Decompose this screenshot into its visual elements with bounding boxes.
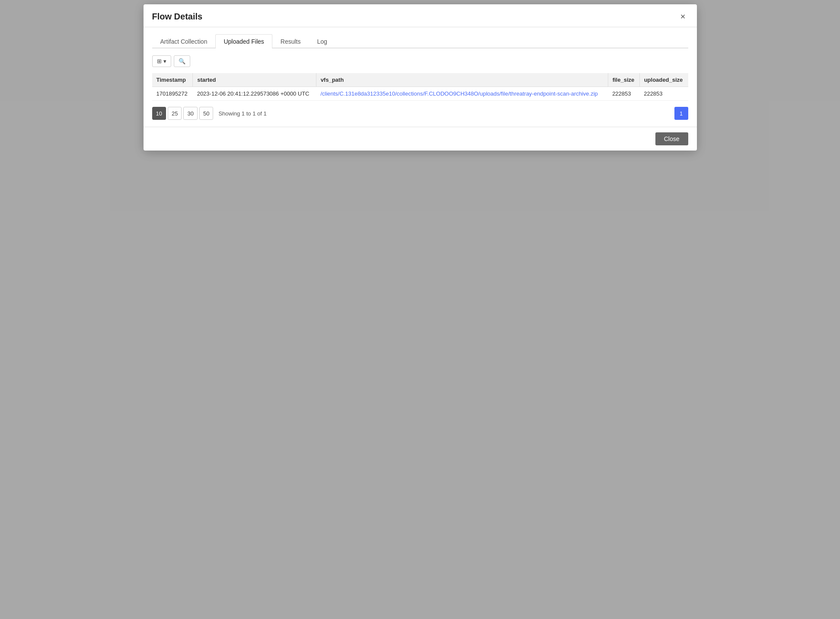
tab-uploaded-files[interactable]: Uploaded Files xyxy=(215,34,272,48)
columns-icon: ⊞ xyxy=(157,58,162,64)
binoculars-icon: 🔍 xyxy=(179,58,185,64)
col-header-vfs-path: vfs_path xyxy=(316,73,608,87)
files-table: Timestamp started vfs_path file_size upl… xyxy=(152,73,688,101)
columns-button[interactable]: ⊞ ▾ xyxy=(152,55,171,67)
page-1-button[interactable]: 1 xyxy=(674,107,688,120)
page-nav: 1 xyxy=(674,107,688,120)
modal-footer: Close xyxy=(144,127,697,151)
page-size-25[interactable]: 25 xyxy=(168,107,182,120)
col-header-timestamp: Timestamp xyxy=(152,73,193,87)
modal-title: Flow Details xyxy=(152,12,203,22)
columns-dropdown-icon: ▾ xyxy=(163,58,166,64)
tab-artifact-collection[interactable]: Artifact Collection xyxy=(152,34,216,48)
cell-file-size: 222853 xyxy=(608,87,639,101)
table-row: 17018952722023-12-06 20:41:12.229573086 … xyxy=(152,87,688,101)
modal-overlay: Flow Details × Artifact Collection Uploa… xyxy=(0,0,840,619)
modal-close-button[interactable]: × xyxy=(678,11,688,22)
table-header-row: Timestamp started vfs_path file_size upl… xyxy=(152,73,688,87)
col-header-file-size: file_size xyxy=(608,73,639,87)
table-container: Timestamp started vfs_path file_size upl… xyxy=(152,73,688,101)
pagination-bar: 10 25 30 50 Showing 1 to 1 of 1 1 xyxy=(152,107,688,120)
page-size-30[interactable]: 30 xyxy=(183,107,197,120)
col-header-uploaded-size: uploaded_size xyxy=(639,73,688,87)
modal-body: Artifact Collection Uploaded Files Resul… xyxy=(144,27,697,127)
flow-details-modal: Flow Details × Artifact Collection Uploa… xyxy=(144,4,697,151)
search-button[interactable]: 🔍 xyxy=(174,55,190,67)
showing-text: Showing 1 to 1 of 1 xyxy=(218,110,266,117)
cell-timestamp: 1701895272 xyxy=(152,87,193,101)
page-size-10[interactable]: 10 xyxy=(152,107,166,120)
col-header-started: started xyxy=(193,73,316,87)
tabs-container: Artifact Collection Uploaded Files Resul… xyxy=(152,34,688,48)
cell-uploaded-size: 222853 xyxy=(639,87,688,101)
modal-header: Flow Details × xyxy=(144,4,697,27)
page-size-50[interactable]: 50 xyxy=(199,107,213,120)
tab-log[interactable]: Log xyxy=(309,34,335,48)
cell-started: 2023-12-06 20:41:12.229573086 +0000 UTC xyxy=(193,87,316,101)
close-button[interactable]: Close xyxy=(655,132,688,145)
tab-results[interactable]: Results xyxy=(272,34,309,48)
cell-vfs-path[interactable]: /clients/C.131e8da312335e10/collections/… xyxy=(316,87,608,101)
vfs-path-link[interactable]: /clients/C.131e8da312335e10/collections/… xyxy=(320,90,598,97)
toolbar: ⊞ ▾ 🔍 xyxy=(152,55,688,67)
